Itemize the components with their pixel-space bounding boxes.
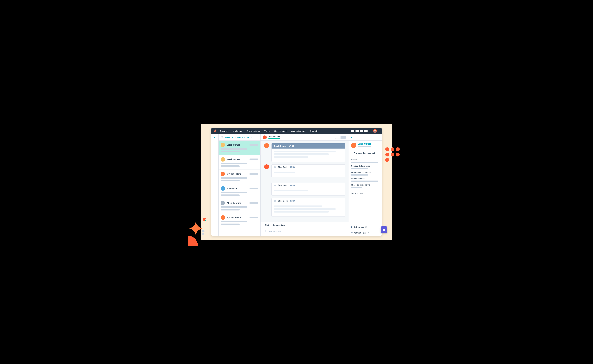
message-card[interactable]: Élise Beck17h26 [271, 198, 345, 217]
about-section-label: À propos de ce contact [354, 152, 375, 154]
owner-label: Responsable [268, 136, 280, 138]
chevron-down-icon [351, 233, 352, 233]
conversation-name: Sarah Gomez [227, 144, 248, 146]
chevron-down-icon [306, 131, 307, 131]
owner-name-placeholder [268, 138, 280, 139]
field-owner-value[interactable] [351, 174, 368, 176]
conversation-name: Alicia Debrune [227, 202, 248, 204]
nav-service[interactable]: Service client [273, 129, 289, 133]
nav-vente[interactable]: Vente [263, 129, 273, 133]
conversation-preview-placeholder [221, 177, 247, 179]
field-last-value[interactable] [351, 181, 378, 182]
message-sender: Élise Beck [278, 166, 287, 168]
nav-rapports[interactable]: Rapports [308, 129, 321, 133]
conversation-time-placeholder [249, 144, 258, 146]
conversation-item[interactable]: Sarah Gomez [219, 155, 261, 170]
conversation-item[interactable]: Alicia Debrune [219, 199, 261, 213]
nav-marketing[interactable]: Marketing [232, 129, 245, 133]
top-nav: Contacts Marketing Conversations Vente S… [211, 128, 382, 134]
conversation-item[interactable]: Sarah Gomez [219, 141, 261, 155]
conversation-name: Juan Miller [227, 187, 248, 190]
chat-widget-button[interactable] [381, 226, 387, 233]
field-email-label: E-mail [351, 159, 379, 161]
decor-bars-icon [202, 230, 204, 234]
conversation-time-placeholder [249, 202, 258, 204]
message-sender: Élise Beck [278, 184, 287, 186]
nav-action-icon[interactable] [360, 130, 363, 132]
other-tickets-section-toggle[interactable]: Autres tickets (0) [349, 230, 382, 236]
field-last-label: Dernier contact [351, 178, 379, 180]
message-time: 17h26 [290, 200, 295, 202]
conversation-item[interactable]: Myriam Halimi [219, 213, 261, 228]
conversation-avatar [221, 157, 225, 162]
conversation-preview-placeholder [221, 180, 240, 182]
filter-recent[interactable]: Les plus récents [235, 136, 252, 138]
composer-tab-comment[interactable]: Commentaire [273, 224, 285, 228]
conversation-preview-placeholder [221, 165, 240, 167]
nav-contacts[interactable]: Contacts [219, 129, 231, 133]
contact-avatar [351, 143, 356, 148]
message-body [272, 170, 345, 177]
field-phone-value[interactable] [351, 168, 368, 169]
conversation-preview-placeholder [221, 163, 247, 164]
expand-rail-icon[interactable]: » [214, 136, 215, 139]
message-sender: Élise Beck [278, 200, 287, 202]
contact-fields: E-mail Numéro de téléphone Propriétaire … [349, 156, 382, 196]
chevron-down-icon [232, 137, 233, 138]
message-status-icon [274, 185, 276, 186]
other-tickets-label: Autres tickets (0) [354, 232, 369, 234]
inbox-rail: » [211, 134, 219, 236]
thread-view-toggle[interactable] [335, 136, 346, 139]
contact-header[interactable]: Sarah Gomez [349, 141, 382, 150]
field-lifecycle-value[interactable] [351, 187, 362, 188]
nav-automatisation[interactable]: Automatisation [290, 129, 308, 133]
chevron-down-icon[interactable] [378, 131, 379, 131]
message-avatar [264, 164, 269, 169]
conversation-preview-placeholder [221, 206, 247, 208]
conversation-name: Myriam Halimi [227, 173, 248, 175]
conversation-preview-placeholder [221, 195, 240, 196]
about-section-toggle[interactable]: À propos de ce contact [349, 150, 382, 156]
chevron-down-icon [251, 137, 252, 138]
conversation-time-placeholder [249, 173, 258, 175]
message-body [272, 188, 345, 195]
nav-conversations[interactable]: Conversations [245, 129, 263, 133]
message-body [272, 203, 345, 216]
chevron-down-icon [351, 153, 352, 154]
conversation-list-header: Ouvert Les plus récents [219, 134, 261, 141]
field-email-value[interactable] [351, 162, 378, 163]
message-header: Élise Beck17h26 [272, 198, 345, 203]
nav-action-icon[interactable] [356, 130, 359, 132]
account-avatar[interactable] [373, 129, 377, 133]
filter-open[interactable]: Ouvert [225, 136, 233, 138]
message-card[interactable]: Sarah Gomez17h26 [271, 143, 345, 162]
message-card[interactable]: Élise Beck17h26 [271, 164, 345, 177]
conversation-avatar [221, 172, 225, 176]
conversation-name: Sarah Gomez [227, 158, 248, 161]
conversation-item[interactable]: Juan Miller [219, 184, 261, 199]
composer-tab-chat[interactable]: Chat [265, 224, 269, 228]
chevron-right-icon [352, 226, 352, 228]
nav-action-icon[interactable] [351, 130, 354, 132]
message-header: Sarah Gomez17h26 [272, 143, 345, 149]
companies-label: Entreprises (1) [354, 226, 367, 228]
nav-action-icon[interactable] [364, 130, 368, 132]
expand-panel-icon[interactable]: » [351, 136, 352, 139]
owner-avatar[interactable] [263, 136, 267, 139]
composer-input[interactable]: Écrire un message [261, 228, 349, 236]
conversation-preview-placeholder [221, 151, 240, 152]
conversation-preview-placeholder [221, 221, 247, 222]
message-card[interactable]: Élise Beck17h26 [271, 182, 345, 195]
message-status-icon [274, 166, 276, 168]
message-avatar [264, 143, 269, 148]
decor-dots-icon [385, 147, 400, 162]
decor-avatar-icon [203, 218, 206, 221]
select-all-checkbox[interactable] [221, 136, 223, 138]
message-status-icon [274, 200, 276, 202]
conversation-time-placeholder [249, 158, 258, 160]
conversation-item[interactable]: Myriam Halimi [219, 170, 261, 184]
composer: Chat Commentaire Écrire un message [261, 222, 349, 236]
companies-section-toggle[interactable]: Entreprises (1) [349, 224, 382, 230]
svg-point-4 [214, 132, 214, 133]
message-time: 17h26 [290, 166, 295, 168]
